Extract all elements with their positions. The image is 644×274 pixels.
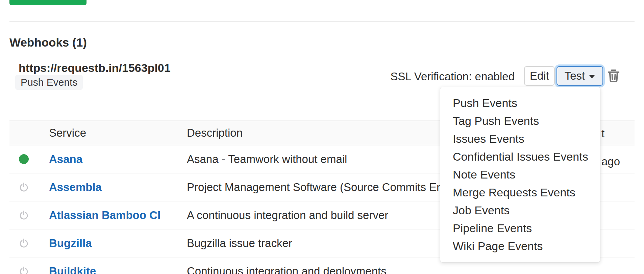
chevron-down-icon: [589, 75, 595, 78]
menu-item-job-events[interactable]: Job Events: [440, 201, 600, 219]
menu-item-note-events[interactable]: Note Events: [440, 166, 600, 184]
menu-item-merge-requests-events[interactable]: Merge Requests Events: [440, 184, 600, 201]
ssl-verification-status: SSL Verification: enabled: [390, 70, 515, 83]
menu-item-wiki-page-events[interactable]: Wiki Page Events: [440, 237, 600, 255]
webhooks-heading: Webhooks (1): [9, 36, 87, 49]
test-webhook-dropdown-button[interactable]: Test: [556, 66, 603, 86]
service-link-atlassian-bamboo-ci[interactable]: Atlassian Bamboo CI: [49, 209, 160, 221]
add-webhook-button[interactable]: [9, 0, 86, 5]
trash-icon: [607, 68, 620, 83]
service-link-buildkite[interactable]: Buildkite: [49, 265, 96, 274]
service-link-assembla[interactable]: Assembla: [49, 181, 102, 193]
test-button-label: Test: [565, 70, 585, 82]
status-cell: [9, 210, 38, 220]
menu-item-issues-events[interactable]: Issues Events: [440, 130, 600, 148]
service-column-header: Service: [38, 127, 176, 139]
status-cell: [9, 154, 38, 164]
status-cell: [9, 266, 38, 274]
edit-webhook-button[interactable]: Edit: [524, 66, 555, 86]
menu-item-confidential-issues-events[interactable]: Confidential Issues Events: [440, 148, 600, 166]
status-cell: [9, 182, 38, 192]
power-status-icon: [19, 238, 29, 248]
menu-item-tag-push-events[interactable]: Tag Push Events: [440, 112, 600, 130]
webhook-url: https://requestb.in/1563pl01: [19, 61, 171, 75]
edit-button-label: Edit: [530, 70, 549, 82]
delete-webhook-button[interactable]: [607, 68, 620, 83]
status-cell: [9, 238, 38, 248]
menu-item-pipeline-events[interactable]: Pipeline Events: [440, 219, 600, 237]
menu-item-push-events[interactable]: Push Events: [440, 94, 600, 112]
last-edit-column-header-fragment: t: [601, 127, 604, 140]
service-link-bugzilla[interactable]: Bugzilla: [49, 237, 92, 249]
power-status-icon: [19, 266, 29, 274]
power-status-icon: [19, 210, 29, 220]
active-status-icon: [19, 154, 29, 164]
power-status-icon: [19, 182, 29, 192]
service-description: Continuous integration and deployments: [176, 265, 635, 274]
test-events-dropdown-menu: Push Events Tag Push Events Issues Event…: [440, 87, 600, 263]
section-divider: [9, 21, 635, 22]
asana-last-edit-fragment: ago: [601, 155, 620, 168]
push-events-badge: Push Events: [15, 75, 83, 90]
service-link-asana[interactable]: Asana: [49, 153, 82, 165]
webhooks-settings-page: Webhooks (1) https://requestb.in/1563pl0…: [0, 0, 644, 274]
